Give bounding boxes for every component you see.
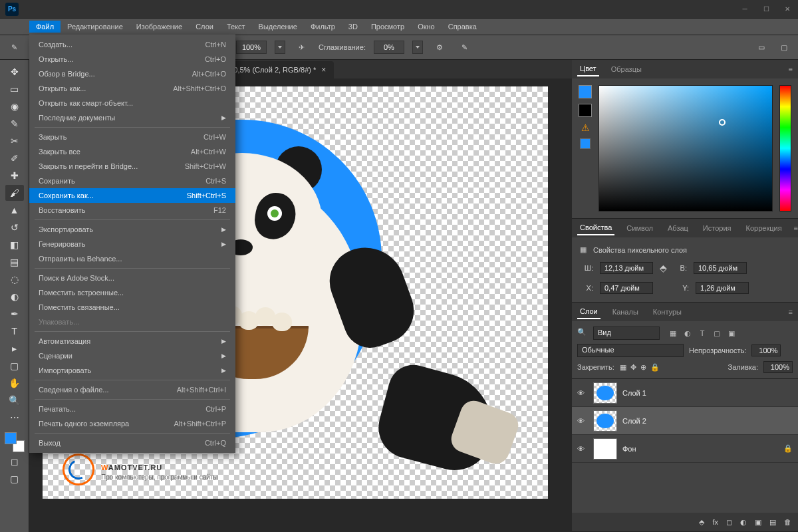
bg-color-swatch[interactable] (579, 104, 592, 117)
menu-item[interactable]: Открыть как...Alt+Shift+Ctrl+O (29, 81, 235, 96)
menu-item[interactable]: Поместить связанные... (29, 300, 235, 315)
maximize-button[interactable]: ☐ (755, 2, 777, 17)
panel-menu-icon[interactable]: ≡ (794, 224, 798, 232)
smooth-options-icon[interactable]: ⚙ (431, 39, 448, 56)
minimize-button[interactable]: ─ (734, 2, 755, 17)
menu-item[interactable]: Закрыть всеAlt+Ctrl+W (29, 144, 235, 159)
lock-position-icon[interactable]: ✥ (630, 363, 636, 372)
menu-item[interactable]: Экспортировать▶ (29, 222, 235, 237)
menu-item[interactable]: ВыходCtrl+Q (29, 436, 235, 450)
color-swatches[interactable] (5, 432, 25, 452)
panel-tab[interactable]: Образцы (608, 63, 644, 76)
tab-close-icon[interactable]: × (321, 65, 326, 74)
tool-preset-icon[interactable]: ✎ (5, 39, 23, 56)
airbrush-icon[interactable]: ✈ (293, 39, 311, 56)
pen-tool[interactable]: ✒ (5, 306, 24, 322)
color-field[interactable] (598, 85, 773, 211)
group-icon[interactable]: ▣ (755, 518, 761, 527)
menu-item[interactable]: Сведения о файле...Alt+Shift+Ctrl+I (29, 382, 235, 397)
close-button[interactable]: ✕ (777, 2, 798, 17)
menu-item[interactable]: Сохранить как...Shift+Ctrl+S (29, 188, 235, 203)
foreground-swatch[interactable] (5, 432, 17, 444)
flow-dropdown[interactable] (275, 41, 285, 54)
x-input[interactable]: 0,47 дюйм (600, 282, 653, 294)
menu-фильтр[interactable]: Фильтр (304, 21, 342, 33)
filter-smart-icon[interactable]: ▣ (726, 328, 737, 338)
layer-name[interactable]: Слой 2 (622, 417, 646, 425)
lasso-tool[interactable]: ◉ (5, 98, 24, 114)
menu-item[interactable]: Обзор в Bridge...Alt+Ctrl+O (29, 66, 235, 81)
layer-row[interactable]: 👁Слой 2 (572, 407, 798, 435)
filter-kind-select[interactable]: Вид (593, 327, 660, 340)
menu-окно[interactable]: Окно (411, 21, 442, 33)
panel-tab[interactable]: Абзац (665, 221, 691, 235)
marquee-tool[interactable]: ▭ (5, 81, 24, 97)
smooth-dropdown[interactable] (412, 41, 423, 54)
menu-выделение[interactable]: Выделение (252, 21, 304, 33)
layer-thumbnail[interactable] (593, 410, 617, 432)
menu-item[interactable]: Импортировать▶ (29, 363, 235, 378)
edit-toolbar[interactable]: ⋯ (5, 410, 24, 426)
menu-редактирование[interactable]: Редактирование (61, 21, 130, 33)
filter-shape-icon[interactable]: ▢ (712, 328, 722, 338)
panel-tab[interactable]: Коррекция (743, 221, 785, 235)
mask-icon[interactable]: ◻ (726, 518, 732, 527)
quickmask-toggle[interactable]: ◻ (5, 454, 24, 469)
panel-menu-icon[interactable]: ≡ (789, 65, 793, 73)
layer-opacity-input[interactable]: 100% (751, 344, 781, 356)
menu-item[interactable]: Печать одного экземпляраAlt+Shift+Ctrl+P (29, 416, 235, 431)
visibility-icon[interactable]: 👁 (577, 417, 588, 425)
crop-tool[interactable]: ✂ (5, 133, 24, 149)
visibility-icon[interactable]: 👁 (577, 445, 588, 453)
heal-tool[interactable]: ✚ (5, 168, 24, 184)
width-input[interactable]: 12,13 дюйм (600, 262, 653, 274)
menu-item[interactable]: Автоматизация▶ (29, 334, 235, 348)
link-icon[interactable]: ⬘ (660, 263, 667, 273)
lock-icon[interactable]: 🔒 (783, 444, 793, 453)
menu-item[interactable]: Последние документы▶ (29, 110, 235, 125)
layer-row[interactable]: 👁Слой 1 (572, 379, 798, 407)
menu-item[interactable]: Закрыть и перейти в Bridge...Shift+Ctrl+… (29, 159, 235, 174)
menu-справка[interactable]: Справка (442, 21, 483, 33)
panel-tab[interactable]: Символ (624, 221, 656, 235)
shape-tool[interactable]: ▢ (5, 358, 24, 374)
lock-artboard-icon[interactable]: ⊕ (640, 363, 646, 372)
gradient-tool[interactable]: ▤ (5, 254, 24, 270)
closest-color-swatch[interactable] (580, 138, 591, 149)
filter-type-icon[interactable]: T (697, 328, 708, 338)
panel-tab[interactable]: Цвет (577, 62, 599, 76)
quickmask-icon[interactable]: ▭ (753, 39, 770, 56)
menu-item[interactable]: Отправить на Behance... (29, 251, 235, 266)
screenmode-icon[interactable]: ▢ (775, 39, 793, 56)
lock-all-icon[interactable]: 🔒 (650, 363, 660, 372)
layer-thumbnail[interactable] (593, 382, 617, 404)
menu-item[interactable]: СохранитьCtrl+S (29, 174, 235, 188)
menu-item[interactable]: Открыть как смарт-объект... (29, 96, 235, 110)
eraser-tool[interactable]: ◧ (5, 237, 24, 253)
lock-pixels-icon[interactable]: ▦ (620, 363, 626, 372)
menu-item[interactable]: Печатать...Ctrl+P (29, 402, 235, 416)
panel-tab[interactable]: История (700, 221, 734, 235)
menu-3d[interactable]: 3D (342, 21, 364, 33)
y-input[interactable]: 1,26 дюйм (696, 282, 749, 294)
new-layer-icon[interactable]: ▤ (769, 518, 776, 527)
menu-item[interactable]: Генерировать▶ (29, 237, 235, 251)
menu-файл[interactable]: Файл (29, 21, 61, 33)
menu-item[interactable]: ЗакрытьCtrl+W (29, 130, 235, 144)
height-input[interactable]: 10,65 дюйм (694, 262, 747, 274)
hue-slider[interactable] (779, 85, 791, 211)
layer-row[interactable]: 👁Фон🔒 (572, 435, 798, 463)
panel-tab[interactable]: Контуры (650, 305, 684, 319)
panel-menu-icon[interactable]: ≡ (789, 308, 793, 316)
panel-tab[interactable]: Свойства (577, 221, 614, 235)
menu-изображение[interactable]: Изображение (130, 21, 189, 33)
stamp-tool[interactable]: ▲ (5, 202, 24, 218)
filter-adjust-icon[interactable]: ◐ (682, 328, 693, 338)
screenmode-toggle[interactable]: ▢ (5, 471, 24, 487)
menu-item[interactable]: Поиск в Adobe Stock... (29, 271, 235, 285)
filter-icon[interactable]: 🔍 (577, 328, 588, 338)
visibility-icon[interactable]: 👁 (577, 389, 588, 397)
filter-pixel-icon[interactable]: ▦ (668, 328, 678, 338)
blur-tool[interactable]: ◌ (5, 271, 24, 287)
menu-item[interactable]: Поместить встроенные... (29, 285, 235, 300)
